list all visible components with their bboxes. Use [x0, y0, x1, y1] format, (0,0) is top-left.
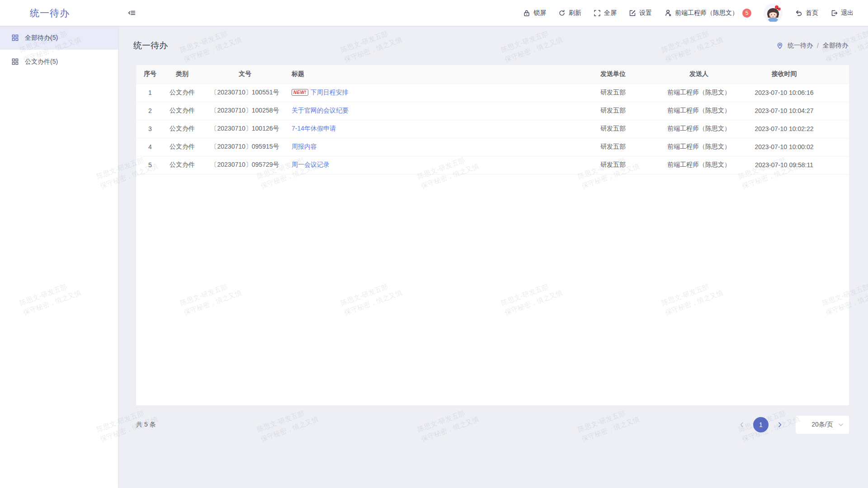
fullscreen-label: 全屏 [604, 9, 617, 17]
cell-doc-no: 〔20230710〕100551号 [200, 84, 290, 102]
cell-category: 公文办件 [164, 138, 200, 156]
cell-sender: 前端工程师（陈思文） [651, 138, 746, 156]
breadcrumb-item-current[interactable]: 全部待办 [823, 42, 848, 50]
refresh-button[interactable]: 刷新 [558, 9, 581, 17]
table-row: 3 公文办件 〔20230710〕100126号 7-14年休假申请 研发五部 … [136, 120, 849, 138]
logout-label: 退出 [841, 9, 854, 17]
document-title-link[interactable]: 关于官网的会议纪要 [292, 107, 349, 114]
cell-time: 2023-07-10 10:04:27 [746, 102, 849, 120]
cell-sender: 前端工程师（陈思文） [651, 102, 746, 120]
fullscreen-icon [594, 9, 601, 17]
cell-unit: 研发五部 [575, 138, 651, 156]
sidebar: 全部待办(5) 公文办件(5) [0, 26, 118, 488]
cell-title: 7-14年休假申请 [290, 120, 575, 138]
main-content: 统一待办 统一待办 / 全部待办 序号 类别 文号 标题 [118, 26, 868, 488]
home-button[interactable]: 首页 [795, 9, 818, 17]
lock-icon [523, 9, 530, 17]
table-row: 5 公文办件 〔20230710〕095729号 周一会议记录 研发五部 前端工… [136, 156, 849, 174]
cell-category: 公文办件 [164, 156, 200, 174]
cell-time: 2023-07-10 10:00:02 [746, 138, 849, 156]
location-pin-icon [776, 42, 783, 49]
cell-sender: 前端工程师（陈思文） [651, 120, 746, 138]
sidebar-item-all-todo[interactable]: 全部待办(5) [0, 26, 118, 50]
cell-doc-no: 〔20230710〕095729号 [200, 156, 290, 174]
cell-seq: 4 [136, 138, 164, 156]
page-number-button[interactable]: 1 [753, 417, 769, 432]
refresh-icon [558, 9, 566, 17]
cell-doc-no: 〔20230710〕095915号 [200, 138, 290, 156]
pager: 1 [736, 417, 786, 432]
lock-screen-button[interactable]: 锁屏 [523, 9, 546, 17]
fullscreen-button[interactable]: 全屏 [594, 9, 617, 17]
pagination-bar: 共 5 条 1 20条/页 [136, 405, 849, 444]
logo-text: 统一待办 [30, 8, 70, 18]
cell-sender: 前端工程师（陈思文） [651, 84, 746, 102]
cell-unit: 研发五部 [575, 84, 651, 102]
cell-unit: 研发五部 [575, 120, 651, 138]
table-row: 2 公文办件 〔20230710〕100258号 关于官网的会议纪要 研发五部 … [136, 102, 849, 120]
prev-page-button[interactable] [736, 419, 748, 431]
topbar-actions: 锁屏 刷新 全屏 设置 [523, 4, 868, 23]
undo-home-icon [795, 9, 802, 17]
logout-icon [830, 9, 838, 17]
breadcrumb-separator: / [817, 42, 819, 49]
lock-screen-label: 锁屏 [533, 9, 546, 17]
breadcrumb-item-root[interactable]: 统一待办 [788, 42, 813, 50]
column-header-title: 标题 [290, 65, 575, 84]
cell-doc-no: 〔20230710〕100126号 [200, 120, 290, 138]
home-label: 首页 [806, 9, 818, 17]
sidebar-item-label: 公文办件(5) [25, 58, 58, 66]
cell-category: 公文办件 [164, 102, 200, 120]
column-header-unit: 发送单位 [575, 65, 651, 84]
refresh-label: 刷新 [569, 9, 581, 17]
cell-time: 2023-07-10 10:02:22 [746, 120, 849, 138]
table-row: 1 公文办件 〔20230710〕100551号 NEW!下周日程安排 研发五部… [136, 84, 849, 102]
user-icon [664, 9, 672, 17]
settings-button[interactable]: 设置 [629, 9, 652, 17]
menu-fold-button[interactable] [128, 9, 136, 17]
cell-category: 公文办件 [164, 120, 200, 138]
todo-table-card: 序号 类别 文号 标题 发送单位 发送人 接收时间 1 公文办件 〔202307… [136, 65, 849, 405]
top-bar: 统一待办 锁屏 刷新 [0, 0, 868, 26]
todo-count-badge: 5 [742, 9, 751, 18]
next-page-button[interactable] [774, 419, 786, 431]
avatar[interactable] [764, 4, 783, 23]
menu-fold-icon [128, 9, 136, 17]
settings-edit-icon [629, 9, 636, 17]
page-title: 统一待办 [133, 40, 168, 52]
user-menu[interactable]: 前端工程师（陈思文） 5 [664, 9, 751, 18]
cell-seq: 1 [136, 84, 164, 102]
column-header-sender: 发送人 [651, 65, 746, 84]
sidebar-item-official-docs[interactable]: 公文办件(5) [0, 50, 118, 74]
cell-doc-no: 〔20230710〕100258号 [200, 102, 290, 120]
sidebar-item-label: 全部待办(5) [25, 34, 58, 42]
page-size-select[interactable]: 20条/页 [796, 416, 849, 434]
page-header: 统一待办 统一待办 / 全部待办 [118, 26, 868, 65]
cell-time: 2023-07-10 09:58:11 [746, 156, 849, 174]
breadcrumb: 统一待办 / 全部待办 [776, 42, 848, 50]
cell-unit: 研发五部 [575, 102, 651, 120]
cell-title: NEW!下周日程安排 [290, 84, 575, 102]
grid-icon [12, 34, 19, 41]
cell-unit: 研发五部 [575, 156, 651, 174]
document-title-link[interactable]: 周报内容 [292, 143, 317, 150]
document-title-link[interactable]: 7-14年休假申请 [292, 125, 336, 132]
document-title-link[interactable]: 下周日程安排 [311, 89, 349, 96]
cell-category: 公文办件 [164, 84, 200, 102]
cell-seq: 2 [136, 102, 164, 120]
user-name-label: 前端工程师（陈思文） [675, 9, 738, 17]
column-header-category: 类别 [164, 65, 200, 84]
new-badge: NEW! [292, 89, 308, 96]
logo: 统一待办 [0, 7, 118, 19]
column-header-time: 接收时间 [746, 65, 849, 84]
total-count-label: 共 5 条 [136, 421, 156, 429]
column-header-doc-no: 文号 [200, 65, 290, 84]
grid-icon [12, 58, 19, 65]
logout-button[interactable]: 退出 [830, 9, 854, 17]
document-title-link[interactable]: 周一会议记录 [292, 161, 330, 168]
cell-title: 关于官网的会议纪要 [290, 102, 575, 120]
cell-title: 周一会议记录 [290, 156, 575, 174]
table-header-row: 序号 类别 文号 标题 发送单位 发送人 接收时间 [136, 65, 849, 84]
column-header-seq: 序号 [136, 65, 164, 84]
todo-table: 序号 类别 文号 标题 发送单位 发送人 接收时间 1 公文办件 〔202307… [136, 65, 849, 174]
